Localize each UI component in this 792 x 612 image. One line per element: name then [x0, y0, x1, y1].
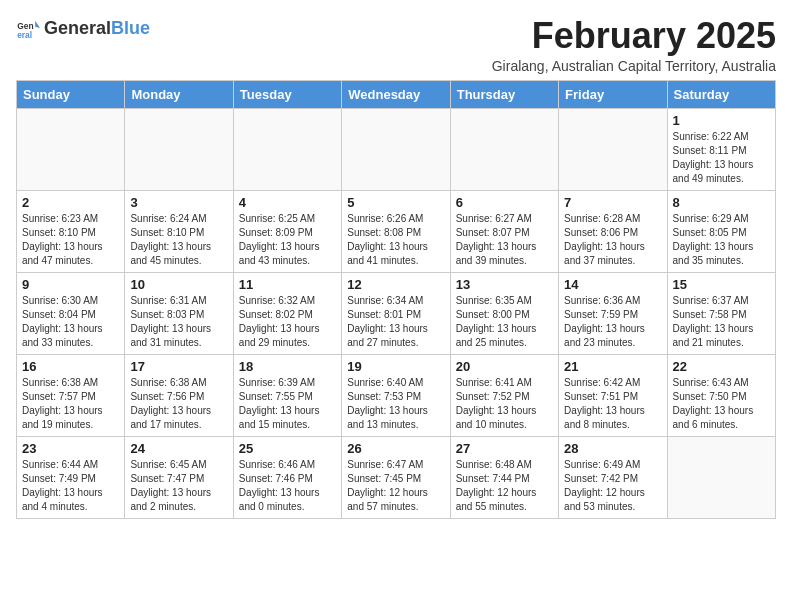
day-info: Sunrise: 6:30 AM Sunset: 8:04 PM Dayligh…: [22, 294, 119, 350]
calendar-cell: 8Sunrise: 6:29 AM Sunset: 8:05 PM Daylig…: [667, 190, 775, 272]
day-number: 1: [673, 113, 770, 128]
weekday-header-monday: Monday: [125, 80, 233, 108]
calendar-cell: 23Sunrise: 6:44 AM Sunset: 7:49 PM Dayli…: [17, 436, 125, 518]
day-info: Sunrise: 6:36 AM Sunset: 7:59 PM Dayligh…: [564, 294, 661, 350]
calendar-cell: 22Sunrise: 6:43 AM Sunset: 7:50 PM Dayli…: [667, 354, 775, 436]
week-row-2: 9Sunrise: 6:30 AM Sunset: 8:04 PM Daylig…: [17, 272, 776, 354]
calendar-cell: 18Sunrise: 6:39 AM Sunset: 7:55 PM Dayli…: [233, 354, 341, 436]
logo-general: General: [44, 18, 111, 39]
day-info: Sunrise: 6:26 AM Sunset: 8:08 PM Dayligh…: [347, 212, 444, 268]
day-number: 15: [673, 277, 770, 292]
weekday-header-friday: Friday: [559, 80, 667, 108]
day-info: Sunrise: 6:29 AM Sunset: 8:05 PM Dayligh…: [673, 212, 770, 268]
day-number: 2: [22, 195, 119, 210]
day-number: 24: [130, 441, 227, 456]
day-info: Sunrise: 6:34 AM Sunset: 8:01 PM Dayligh…: [347, 294, 444, 350]
calendar-cell: 6Sunrise: 6:27 AM Sunset: 8:07 PM Daylig…: [450, 190, 558, 272]
day-info: Sunrise: 6:40 AM Sunset: 7:53 PM Dayligh…: [347, 376, 444, 432]
day-info: Sunrise: 6:39 AM Sunset: 7:55 PM Dayligh…: [239, 376, 336, 432]
title-area: February 2025 Giralang, Australian Capit…: [492, 16, 776, 74]
calendar-cell: 16Sunrise: 6:38 AM Sunset: 7:57 PM Dayli…: [17, 354, 125, 436]
calendar-cell: 4Sunrise: 6:25 AM Sunset: 8:09 PM Daylig…: [233, 190, 341, 272]
calendar-cell: 26Sunrise: 6:47 AM Sunset: 7:45 PM Dayli…: [342, 436, 450, 518]
day-number: 14: [564, 277, 661, 292]
calendar-cell: 27Sunrise: 6:48 AM Sunset: 7:44 PM Dayli…: [450, 436, 558, 518]
day-info: Sunrise: 6:22 AM Sunset: 8:11 PM Dayligh…: [673, 130, 770, 186]
weekday-header-tuesday: Tuesday: [233, 80, 341, 108]
calendar-cell: 2Sunrise: 6:23 AM Sunset: 8:10 PM Daylig…: [17, 190, 125, 272]
day-number: 17: [130, 359, 227, 374]
day-info: Sunrise: 6:35 AM Sunset: 8:00 PM Dayligh…: [456, 294, 553, 350]
day-info: Sunrise: 6:48 AM Sunset: 7:44 PM Dayligh…: [456, 458, 553, 514]
subtitle: Giralang, Australian Capital Territory, …: [492, 58, 776, 74]
day-number: 23: [22, 441, 119, 456]
day-number: 5: [347, 195, 444, 210]
day-info: Sunrise: 6:45 AM Sunset: 7:47 PM Dayligh…: [130, 458, 227, 514]
calendar-table: SundayMondayTuesdayWednesdayThursdayFrid…: [16, 80, 776, 519]
logo-blue: Blue: [111, 18, 150, 39]
week-row-3: 16Sunrise: 6:38 AM Sunset: 7:57 PM Dayli…: [17, 354, 776, 436]
calendar-cell: 24Sunrise: 6:45 AM Sunset: 7:47 PM Dayli…: [125, 436, 233, 518]
day-number: 8: [673, 195, 770, 210]
calendar-cell: 15Sunrise: 6:37 AM Sunset: 7:58 PM Dayli…: [667, 272, 775, 354]
day-info: Sunrise: 6:42 AM Sunset: 7:51 PM Dayligh…: [564, 376, 661, 432]
calendar-cell: 5Sunrise: 6:26 AM Sunset: 8:08 PM Daylig…: [342, 190, 450, 272]
logo-icon: Gen eral: [16, 16, 40, 40]
day-number: 9: [22, 277, 119, 292]
day-info: Sunrise: 6:49 AM Sunset: 7:42 PM Dayligh…: [564, 458, 661, 514]
calendar-cell: [342, 108, 450, 190]
day-info: Sunrise: 6:23 AM Sunset: 8:10 PM Dayligh…: [22, 212, 119, 268]
calendar-cell: [17, 108, 125, 190]
calendar-cell: 3Sunrise: 6:24 AM Sunset: 8:10 PM Daylig…: [125, 190, 233, 272]
day-number: 3: [130, 195, 227, 210]
calendar-cell: 19Sunrise: 6:40 AM Sunset: 7:53 PM Dayli…: [342, 354, 450, 436]
calendar-cell: 1Sunrise: 6:22 AM Sunset: 8:11 PM Daylig…: [667, 108, 775, 190]
day-info: Sunrise: 6:43 AM Sunset: 7:50 PM Dayligh…: [673, 376, 770, 432]
weekday-header-wednesday: Wednesday: [342, 80, 450, 108]
day-number: 13: [456, 277, 553, 292]
day-number: 4: [239, 195, 336, 210]
day-number: 26: [347, 441, 444, 456]
day-number: 20: [456, 359, 553, 374]
logo: Gen eral GeneralBlue: [16, 16, 150, 40]
calendar-cell: [667, 436, 775, 518]
svg-marker-2: [35, 21, 40, 28]
weekday-header-sunday: Sunday: [17, 80, 125, 108]
day-number: 21: [564, 359, 661, 374]
day-info: Sunrise: 6:46 AM Sunset: 7:46 PM Dayligh…: [239, 458, 336, 514]
svg-text:eral: eral: [17, 30, 32, 40]
week-row-0: 1Sunrise: 6:22 AM Sunset: 8:11 PM Daylig…: [17, 108, 776, 190]
calendar-cell: 7Sunrise: 6:28 AM Sunset: 8:06 PM Daylig…: [559, 190, 667, 272]
day-info: Sunrise: 6:27 AM Sunset: 8:07 PM Dayligh…: [456, 212, 553, 268]
header-area: Gen eral GeneralBlue February 2025 Giral…: [16, 16, 776, 74]
calendar-cell: 28Sunrise: 6:49 AM Sunset: 7:42 PM Dayli…: [559, 436, 667, 518]
day-number: 18: [239, 359, 336, 374]
week-row-1: 2Sunrise: 6:23 AM Sunset: 8:10 PM Daylig…: [17, 190, 776, 272]
day-info: Sunrise: 6:41 AM Sunset: 7:52 PM Dayligh…: [456, 376, 553, 432]
day-info: Sunrise: 6:37 AM Sunset: 7:58 PM Dayligh…: [673, 294, 770, 350]
calendar-cell: [125, 108, 233, 190]
day-info: Sunrise: 6:44 AM Sunset: 7:49 PM Dayligh…: [22, 458, 119, 514]
calendar-cell: [559, 108, 667, 190]
day-number: 11: [239, 277, 336, 292]
day-number: 28: [564, 441, 661, 456]
calendar-cell: 12Sunrise: 6:34 AM Sunset: 8:01 PM Dayli…: [342, 272, 450, 354]
weekday-header-saturday: Saturday: [667, 80, 775, 108]
day-number: 22: [673, 359, 770, 374]
calendar-cell: [450, 108, 558, 190]
day-info: Sunrise: 6:32 AM Sunset: 8:02 PM Dayligh…: [239, 294, 336, 350]
calendar-cell: 9Sunrise: 6:30 AM Sunset: 8:04 PM Daylig…: [17, 272, 125, 354]
calendar-cell: 20Sunrise: 6:41 AM Sunset: 7:52 PM Dayli…: [450, 354, 558, 436]
calendar-cell: 21Sunrise: 6:42 AM Sunset: 7:51 PM Dayli…: [559, 354, 667, 436]
day-info: Sunrise: 6:38 AM Sunset: 7:56 PM Dayligh…: [130, 376, 227, 432]
calendar-cell: 25Sunrise: 6:46 AM Sunset: 7:46 PM Dayli…: [233, 436, 341, 518]
calendar-cell: 14Sunrise: 6:36 AM Sunset: 7:59 PM Dayli…: [559, 272, 667, 354]
day-number: 16: [22, 359, 119, 374]
calendar-cell: 11Sunrise: 6:32 AM Sunset: 8:02 PM Dayli…: [233, 272, 341, 354]
calendar-cell: 10Sunrise: 6:31 AM Sunset: 8:03 PM Dayli…: [125, 272, 233, 354]
day-number: 25: [239, 441, 336, 456]
day-number: 12: [347, 277, 444, 292]
day-info: Sunrise: 6:24 AM Sunset: 8:10 PM Dayligh…: [130, 212, 227, 268]
day-info: Sunrise: 6:38 AM Sunset: 7:57 PM Dayligh…: [22, 376, 119, 432]
calendar-cell: [233, 108, 341, 190]
